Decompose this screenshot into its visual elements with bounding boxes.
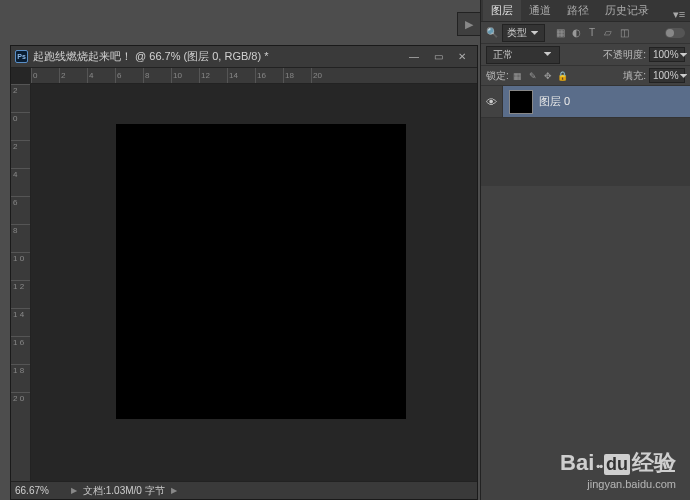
minimize-button[interactable]: — bbox=[403, 49, 425, 65]
blend-opacity-row: 正常⏷ 不透明度: 100%⏷ bbox=[481, 44, 690, 66]
lock-brush-icon[interactable]: ✎ bbox=[527, 71, 539, 81]
canvas[interactable] bbox=[116, 124, 406, 419]
document-title: 起跑线燃烧起来吧！ @ 66.7% (图层 0, RGB/8) * bbox=[33, 49, 403, 64]
chevron-down-icon: ⏷ bbox=[530, 27, 540, 38]
filter-icons: ▦ ◐ T ▱ ◫ bbox=[553, 26, 631, 40]
panel-menu-icon[interactable]: ▾≡ bbox=[670, 8, 688, 21]
tab-layers[interactable]: 图层 bbox=[483, 0, 521, 21]
workspace: Ps 起跑线燃烧起来吧！ @ 66.7% (图层 0, RGB/8) * — ▭… bbox=[0, 0, 480, 500]
chevron-down-icon: ⏷ bbox=[679, 49, 689, 60]
document-window: Ps 起跑线燃烧起来吧！ @ 66.7% (图层 0, RGB/8) * — ▭… bbox=[10, 45, 478, 500]
document-titlebar[interactable]: Ps 起跑线燃烧起来吧！ @ 66.7% (图层 0, RGB/8) * — ▭… bbox=[11, 46, 477, 68]
close-button[interactable]: ✕ bbox=[451, 49, 473, 65]
filter-image-icon[interactable]: ▦ bbox=[553, 26, 567, 40]
photoshop-icon: Ps bbox=[15, 50, 28, 63]
panel-tabs: 图层 通道 路径 历史记录 ▾≡ bbox=[481, 0, 690, 22]
chevron-down-icon: ⏷ bbox=[679, 70, 689, 81]
visibility-eye-icon[interactable]: 👁 bbox=[481, 86, 503, 117]
document-info[interactable]: 文档:1.03M/0 字节 bbox=[83, 484, 165, 498]
opacity-input[interactable]: 100%⏷ bbox=[649, 47, 685, 62]
lock-pixels-icon[interactable]: ▦ bbox=[512, 71, 524, 81]
chevron-down-icon: ⏷ bbox=[543, 48, 553, 62]
maximize-button[interactable]: ▭ bbox=[427, 49, 449, 65]
tab-history[interactable]: 历史记录 bbox=[597, 0, 657, 21]
status-bar: 66.67% ▶ 文档:1.03M/0 字节 ▶ bbox=[11, 481, 477, 499]
tab-paths[interactable]: 路径 bbox=[559, 0, 597, 21]
canvas-area[interactable] bbox=[31, 84, 477, 481]
filter-kind-select[interactable]: 类型⏷ bbox=[502, 24, 545, 42]
layer-thumbnail[interactable] bbox=[509, 90, 533, 114]
layer-name[interactable]: 图层 0 bbox=[539, 94, 570, 109]
lock-position-icon[interactable]: ✥ bbox=[542, 71, 554, 81]
status-menu-icon[interactable]: ▶ bbox=[171, 486, 177, 495]
fill-input[interactable]: 100%⏷ bbox=[649, 68, 685, 83]
filter-adjust-icon[interactable]: ◐ bbox=[569, 26, 583, 40]
filter-toggle[interactable] bbox=[665, 28, 685, 38]
lock-fill-row: 锁定: ▦ ✎ ✥ 🔒 填充: 100%⏷ bbox=[481, 66, 690, 86]
lock-label: 锁定: bbox=[486, 69, 509, 83]
layer-filter-bar: 🔍 类型⏷ ▦ ◐ T ▱ ◫ bbox=[481, 22, 690, 44]
tab-channels[interactable]: 通道 bbox=[521, 0, 559, 21]
fill-label: 填充: bbox=[623, 69, 646, 83]
filter-search-icon[interactable]: 🔍 bbox=[486, 27, 498, 38]
zoom-level[interactable]: 66.67% bbox=[15, 485, 65, 496]
panel-collapse-button[interactable]: ▶ bbox=[457, 12, 481, 36]
window-controls: — ▭ ✕ bbox=[403, 49, 473, 65]
filter-smart-icon[interactable]: ◫ bbox=[617, 26, 631, 40]
layers-list: 👁 图层 0 bbox=[481, 86, 690, 186]
status-expand-icon[interactable]: ▶ bbox=[71, 486, 77, 495]
opacity-label: 不透明度: bbox=[603, 48, 646, 62]
blend-mode-select[interactable]: 正常⏷ bbox=[486, 46, 560, 64]
layer-item[interactable]: 👁 图层 0 bbox=[481, 86, 690, 118]
lock-all-icon[interactable]: 🔒 bbox=[557, 71, 569, 81]
right-panel-group: ▶ 图层 通道 路径 历史记录 ▾≡ 🔍 类型⏷ ▦ ◐ T ▱ ◫ 正常⏷ 不… bbox=[480, 0, 690, 500]
vertical-ruler[interactable]: 2024681 01 21 41 61 82 0 bbox=[11, 84, 31, 481]
horizontal-ruler[interactable]: 02468101214161820 bbox=[31, 68, 477, 84]
filter-text-icon[interactable]: T bbox=[585, 26, 599, 40]
filter-shape-icon[interactable]: ▱ bbox=[601, 26, 615, 40]
lock-icons: ▦ ✎ ✥ 🔒 bbox=[512, 71, 569, 81]
